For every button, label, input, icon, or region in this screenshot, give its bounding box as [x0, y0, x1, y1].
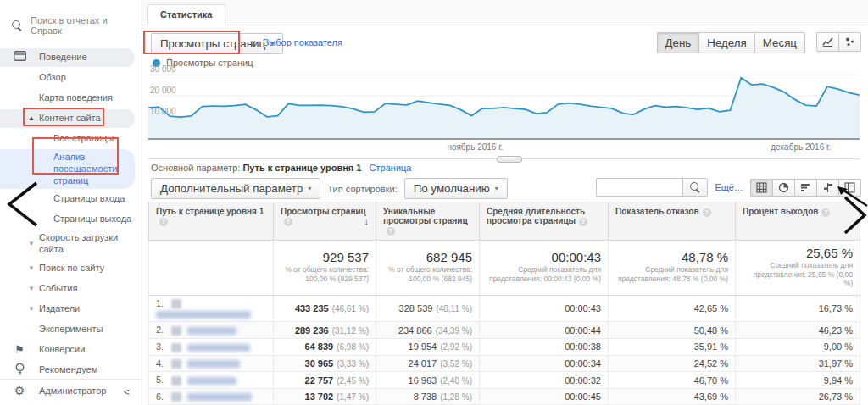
page-path-blurred[interactable] [187, 393, 252, 401]
total-note: % от общего количества: 100,00 % (929 53… [281, 265, 369, 283]
help-icon[interactable]: ? [284, 218, 292, 226]
sidebar-item-recommend[interactable]: Рекомендуем [0, 360, 142, 381]
column-header-6[interactable]: Процент выходов? [736, 202, 860, 241]
table-view-button[interactable] [750, 179, 772, 197]
page-path-blurred[interactable] [187, 377, 236, 385]
motion-chart-button[interactable] [838, 32, 861, 52]
primary-dimension-row: Основной параметр: Путь к странице уровн… [151, 163, 411, 173]
table-view-icon [756, 182, 767, 193]
total-value: 929 537 [281, 250, 369, 264]
sidebar-collapse-button[interactable]: < [0, 379, 142, 405]
triangle-down-icon: ▼ [28, 305, 39, 313]
sidebar-item-all-pages[interactable]: Все страницы [0, 129, 142, 149]
scrollbar-handle[interactable] [497, 156, 522, 163]
pie-chart-icon [778, 182, 789, 193]
sidebar: Поиск в отчетах и Справк ПоведениеОбзорК… [0, 0, 142, 405]
sort-descending-icon[interactable]: ↓ [364, 216, 370, 226]
chevron-down-icon: ▾ [495, 185, 498, 192]
flag-icon: ⚑ [12, 343, 27, 357]
sidebar-item-label: Скорость загрузки сайта [39, 232, 135, 256]
sidebar-item-behavior[interactable]: Поведение [0, 47, 142, 68]
sidebar-item-conversions[interactable]: ⚑Конверсии [0, 340, 142, 360]
line-chart-button[interactable] [816, 32, 838, 52]
secondary-dimension-button[interactable]: Дополнительный параметр ▾ [151, 178, 320, 199]
sidebar-item-label: Издатели [39, 303, 80, 315]
sidebar-item-label: Контент сайта [39, 113, 101, 125]
page-icon-blurred [171, 299, 181, 308]
column-header-2[interactable]: Просмотры страниц?↓ [274, 202, 376, 241]
sidebar-item-label: Страницы выхода [53, 214, 131, 225]
sidebar-item-site-search[interactable]: ▼Поиск по сайту [0, 258, 142, 279]
table-search-button[interactable] [682, 178, 708, 197]
page-path-blurred[interactable] [187, 327, 236, 335]
help-icon[interactable]: ? [821, 208, 830, 217]
sidebar-item-landing-pages[interactable]: Страницы входа [0, 189, 142, 209]
timeline-scrollbar[interactable] [148, 156, 860, 163]
chart-x-axis: ноябрь 2016 г.декабрь 2016 г. [148, 138, 860, 153]
row-rank: 1. [156, 298, 171, 308]
sidebar-item-content-drilldown[interactable]: Анализ посещаемости страниц [0, 149, 142, 189]
report-search-placeholder: Поиск в отчетах и Справк [31, 15, 133, 36]
report-search[interactable]: Поиск в отчетах и Справк [0, 8, 142, 47]
sidebar-item-site-content[interactable]: ▲Контент сайта [0, 108, 142, 129]
granularity-button-день[interactable]: День [657, 32, 699, 53]
row-rank: 5. [156, 374, 171, 385]
y-axis-tick: 30 000 [150, 64, 176, 74]
table-row[interactable]: 5.22 757(2,45 %)16 963(2,48 %)00:00:3246… [149, 372, 860, 389]
page-path-blurred[interactable] [187, 344, 250, 352]
row-rank: 6. [156, 391, 171, 402]
sidebar-item-experiments[interactable]: Эксперименты [0, 319, 142, 340]
primary-dimension-selected[interactable]: Путь к странице уровня 1 [242, 163, 361, 173]
select-metric-link[interactable]: Выбор показателя [263, 37, 342, 47]
table-row[interactable]: 1.433 235(46,61 %)328 539(48,11 %)00:00:… [149, 295, 860, 322]
table-row[interactable]: 3.64 839(6,98 %)19 954(2,92 %)00:00:3835… [149, 339, 860, 356]
sidebar-item-site-speed[interactable]: ▼Скорость загрузки сайта [0, 230, 142, 258]
help-icon[interactable]: ? [703, 208, 711, 217]
page-icon-blurred [171, 392, 181, 402]
sidebar-item-label: Страницы входа [53, 193, 125, 205]
sort-type-label: Тип сортировки: [327, 184, 397, 194]
total-note: Средний показатель для представления: 00… [487, 265, 601, 283]
granularity-button-месяц[interactable]: Месяц [754, 32, 805, 53]
timeseries-chart[interactable]: 30 00020 00010 000 [148, 69, 860, 138]
primary-dimension-alt-link[interactable]: Страница [370, 163, 412, 173]
percentage-view-button[interactable] [772, 179, 794, 197]
sidebar-item-label: Рекомендуем [39, 364, 97, 376]
column-header-4[interactable]: Средняя длительность просмотра страницы? [480, 202, 609, 241]
advanced-search-link[interactable]: Ещё… [715, 182, 743, 192]
pivot-view-button[interactable] [838, 179, 861, 197]
performance-view-button[interactable] [794, 179, 816, 197]
table-row[interactable]: 6.13 702(1,47 %)8 738(1,28 %)00:00:4543,… [149, 388, 860, 405]
page-path-blurred[interactable] [156, 311, 251, 319]
page-path-blurred[interactable] [187, 360, 240, 368]
table-search-input[interactable] [596, 178, 682, 197]
sidebar-item-label: Поведение [39, 52, 87, 64]
granularity-button-неделя[interactable]: Неделя [698, 32, 754, 53]
help-icon[interactable]: ? [159, 218, 168, 226]
line-chart-icon [822, 36, 833, 47]
column-header-1[interactable]: Путь к странице уровня 1? [149, 202, 274, 241]
table-row[interactable]: 4.30 965(3,33 %)24 017(3,52 %)00:00:3424… [149, 355, 860, 372]
sidebar-item-label: Все страницы [53, 133, 114, 145]
sidebar-item-overview[interactable]: Обзор [0, 68, 142, 88]
sidebar-item-events[interactable]: ▼События [0, 279, 142, 299]
vs-label: и [251, 38, 256, 47]
sidebar-item-publishers[interactable]: ▼Издатели [0, 299, 142, 319]
sidebar-item-exit-pages[interactable]: Страницы выхода [0, 209, 142, 230]
page-icon-blurred [171, 343, 181, 352]
column-header-3[interactable]: Уникальные просмотры страниц? [376, 202, 480, 241]
report-tabbar: Статистика [142, 0, 868, 25]
table-row[interactable]: 2.289 236(31,12 %)234 866(34,39 %)00:00:… [149, 322, 860, 339]
sort-type-dropdown[interactable]: По умолчанию ▾ [404, 178, 508, 199]
sidebar-item-behavior-flow[interactable]: Карта поведения [0, 88, 142, 108]
help-icon[interactable]: ? [387, 227, 395, 236]
comparison-view-button[interactable] [816, 179, 838, 197]
help-icon[interactable]: ? [579, 218, 587, 226]
sidebar-item-label: Конверсии [39, 344, 85, 356]
column-header-5[interactable]: Показатель отказов? [609, 202, 736, 241]
sidebar-item-label: События [39, 283, 77, 295]
triangle-down-icon: ▼ [28, 240, 39, 248]
collapse-icon: < [124, 386, 130, 398]
lightbulb-icon [12, 363, 27, 379]
tab-statistics[interactable]: Статистика [147, 4, 225, 25]
